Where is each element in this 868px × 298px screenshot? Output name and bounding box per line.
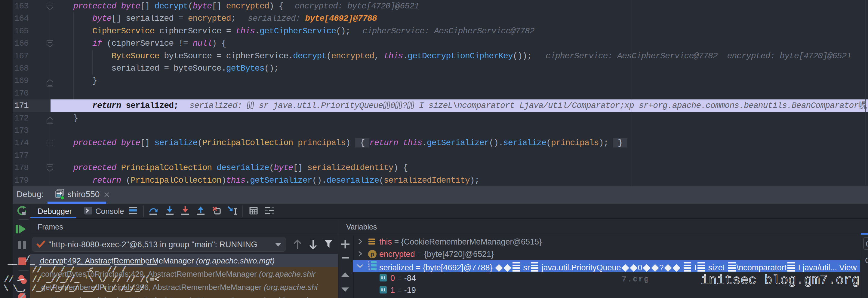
- svg-text:01: 01: [381, 275, 386, 280]
- svg-text:3: 3: [368, 267, 370, 270]
- svg-text:01: 01: [381, 287, 386, 292]
- svg-text:p: p: [371, 251, 374, 258]
